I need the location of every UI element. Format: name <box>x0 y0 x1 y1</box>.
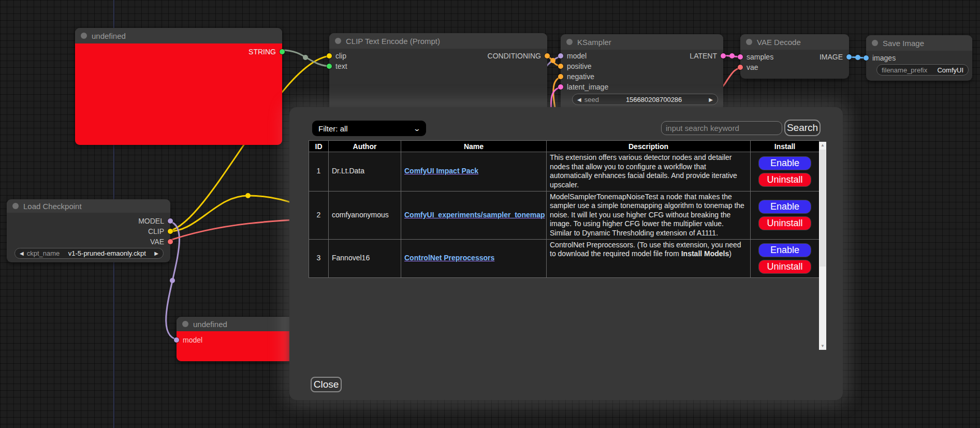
uninstall-button[interactable]: Uninstall <box>758 216 811 230</box>
increment-arrow-icon[interactable]: ▶ <box>154 250 158 256</box>
scrollbar-thumb[interactable] <box>820 150 826 267</box>
table-header-row: ID Author Name Description Install <box>309 141 820 152</box>
input-slot-dot[interactable] <box>558 53 563 58</box>
node-title-bar[interactable]: KSampler <box>561 34 723 50</box>
input-slot-label: model <box>567 52 587 60</box>
enable-button[interactable]: Enable <box>758 156 811 170</box>
node-status-dot <box>182 321 188 327</box>
filter-select[interactable]: Filter: all ⌄ <box>312 121 426 136</box>
cell-name: ComfyUI_experiments/sampler_tonemap <box>401 191 547 239</box>
output-slot-label: MODEL <box>138 217 164 225</box>
search-input[interactable] <box>661 121 782 135</box>
node-title-bar[interactable]: VAE Decode <box>740 34 849 50</box>
decrement-arrow-icon[interactable]: ◀ <box>20 250 24 256</box>
input-slot-dot[interactable] <box>558 84 563 90</box>
node-title: VAE Decode <box>757 38 801 47</box>
extension-link[interactable]: ComfyUI Impact Pack <box>404 167 478 175</box>
table-scrollbar[interactable]: ▲ ▼ <box>819 142 826 350</box>
input-slot-label: negative <box>567 72 594 81</box>
node-load-checkpoint[interactable]: Load Checkpoint MODEL CLIP VAE ◀ ckpt_na… <box>7 199 170 262</box>
node-title-bar[interactable]: Save Image <box>866 35 972 51</box>
decrement-arrow-icon[interactable]: ◀ <box>577 97 581 102</box>
output-slot-dot[interactable] <box>721 53 726 58</box>
node-title-bar[interactable]: CLIP Text Encode (Prompt) <box>329 33 547 49</box>
node-clip-text-encode[interactable]: CLIP Text Encode (Prompt) clip text COND… <box>329 33 547 116</box>
node-title: undefined <box>92 32 126 40</box>
filename-prefix-widget[interactable]: filename_prefix ComfyUI <box>876 64 969 76</box>
table-row: 2comfyanonymousComfyUI_experiments/sampl… <box>309 191 820 239</box>
input-slot-dot[interactable] <box>864 55 869 61</box>
enable-button[interactable]: Enable <box>758 243 811 257</box>
node-status-dot <box>335 38 341 44</box>
cell-install: EnableUninstall <box>751 239 820 277</box>
output-slot-dot[interactable] <box>168 229 173 234</box>
input-slot-dot[interactable] <box>738 65 743 70</box>
increment-arrow-icon[interactable]: ▶ <box>709 97 713 102</box>
cell-description: This extension offers various detector n… <box>547 152 751 191</box>
input-slot-dot[interactable] <box>327 53 332 58</box>
header-install: Install <box>751 141 820 152</box>
header-description: Description <box>547 141 751 152</box>
output-slot-dot[interactable] <box>168 239 173 244</box>
cell-install: EnableUninstall <box>751 191 820 239</box>
output-slot-dot[interactable] <box>545 53 550 58</box>
widget-label: seed <box>584 96 599 104</box>
node-title-bar[interactable]: undefined <box>75 28 282 43</box>
input-slot-dot[interactable] <box>558 64 563 69</box>
output-slot-dot[interactable] <box>168 218 173 224</box>
node-status-dot <box>566 39 573 45</box>
extension-table: ID Author Name Description Install 1Dr.L… <box>309 140 820 278</box>
input-slot-dot[interactable] <box>327 64 332 69</box>
chevron-down-icon: ⌄ <box>413 125 421 132</box>
ckpt-name-widget[interactable]: ◀ ckpt_name v1-5-pruned-emaonly.ckpt ▶ <box>14 248 164 259</box>
input-slot-dot[interactable] <box>558 74 563 79</box>
node-undefined-top[interactable]: undefined STRING <box>75 28 282 145</box>
output-slot-dot[interactable] <box>280 49 285 54</box>
input-slot-label: clip <box>335 52 346 60</box>
node-ksampler[interactable]: KSampler model positive negative latent_… <box>561 34 723 111</box>
header-author: Author <box>329 141 401 152</box>
input-slot-label: text <box>335 62 347 70</box>
extension-table-body: 1Dr.Lt.DataComfyUI Impact PackThis exten… <box>309 152 820 278</box>
uninstall-button[interactable]: Uninstall <box>758 173 811 187</box>
uninstall-button[interactable]: Uninstall <box>758 260 811 274</box>
node-title: KSampler <box>577 38 611 47</box>
input-slot-dot[interactable] <box>738 54 743 60</box>
widget-label: filename_prefix <box>882 66 927 74</box>
close-button[interactable]: Close <box>311 377 342 392</box>
extension-table-container: ID Author Name Description Install 1Dr.L… <box>309 140 826 351</box>
output-slot-label: STRING <box>248 48 276 56</box>
enable-button[interactable]: Enable <box>758 200 811 214</box>
scroll-up-icon[interactable]: ▲ <box>819 142 826 149</box>
cell-author: Fannovel16 <box>329 239 401 277</box>
node-title: undefined <box>193 320 227 329</box>
input-slot-label: samples <box>747 53 773 61</box>
node-status-dot <box>872 40 878 46</box>
extension-link[interactable]: ComfyUI_experiments/sampler_tonemap <box>404 211 545 219</box>
search-button[interactable]: Search <box>784 120 821 136</box>
output-slot-dot[interactable] <box>846 54 852 60</box>
comfyui-canvas[interactable]: undefined STRING CLIP Text Encode (Promp… <box>0 0 980 428</box>
output-slot-label: IMAGE <box>820 53 843 61</box>
node-vae-decode[interactable]: VAE Decode samples vae IMAGE <box>740 34 849 79</box>
node-title: Save Image <box>883 39 924 48</box>
cell-id: 3 <box>309 239 329 277</box>
node-status-dot <box>12 203 19 209</box>
cell-id: 1 <box>309 152 329 191</box>
widget-value: v1-5-pruned-emaonly.ckpt <box>68 249 146 257</box>
extension-link[interactable]: ControlNet Preprocessors <box>404 254 494 262</box>
node-title-bar[interactable]: Load Checkpoint <box>7 199 170 213</box>
node-status-dot <box>81 33 87 39</box>
scroll-down-icon[interactable]: ▼ <box>819 343 826 350</box>
node-save-image[interactable]: Save Image images filename_prefix ComfyU… <box>866 35 972 81</box>
input-slot-label: positive <box>567 62 591 70</box>
cell-name: ControlNet Preprocessors <box>401 239 547 277</box>
input-slot-label: model <box>183 336 202 344</box>
seed-widget[interactable]: ◀ seed 156680208700286 ▶ <box>572 94 718 105</box>
output-slot-label: CLIP <box>148 227 164 235</box>
output-slot-label: VAE <box>150 238 164 246</box>
widget-value: ComfyUI <box>937 66 963 74</box>
input-slot-dot[interactable] <box>174 337 179 343</box>
extension-manager-dialog: Filter: all ⌄ Search ID Author Name Desc… <box>289 107 843 400</box>
cell-author: comfyanonymous <box>329 191 401 239</box>
